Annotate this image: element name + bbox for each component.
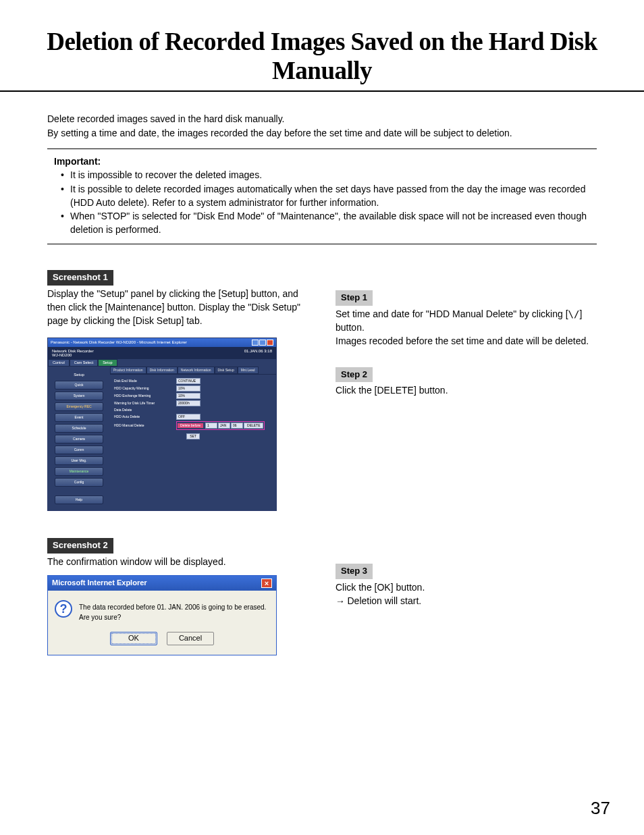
label-delete-before: Delete before <box>178 423 203 428</box>
title-rule <box>0 90 644 92</box>
tab-disk-setup[interactable]: Disk Setup <box>215 367 238 374</box>
dialog-message: The data recorded before 01. JAN. 2006 i… <box>79 600 269 622</box>
sidebar-item-system[interactable]: System <box>55 392 103 400</box>
setup-heading: Setup <box>51 371 107 381</box>
minimize-icon[interactable] <box>252 340 259 346</box>
sidebar-item-schedule[interactable]: Schedule <box>55 424 103 433</box>
sidebar-item-config[interactable]: Config <box>55 478 103 487</box>
tab-mnt-lead[interactable]: Mnt.Lead <box>238 367 259 374</box>
app-topnav: Control Cam Select Setup <box>48 359 276 367</box>
select-year[interactable]: 06 <box>231 423 243 429</box>
important-box: Important: It is impossible to recover t… <box>47 149 597 244</box>
dialog-close-icon[interactable]: × <box>261 578 272 588</box>
select-life-timer[interactable]: 20000h <box>176 400 200 406</box>
important-label: Important: <box>54 155 590 168</box>
ok-button[interactable]: OK <box>110 632 157 645</box>
intro-line-2: By setting a time and date, the images r… <box>47 126 597 140</box>
tab-product-information[interactable]: Product Information <box>110 367 146 374</box>
label-life-timer: Warning for Disk Life Timer <box>114 402 176 405</box>
select-month[interactable]: JAN <box>218 423 230 429</box>
label-manual-delete: HDD Manual Delete <box>114 424 176 427</box>
step3-tag: Step 3 <box>336 564 373 579</box>
screenshot2-desc: The confirmation window will be displaye… <box>47 555 308 568</box>
intro-line-1: Delete recorded images saved in the hard… <box>47 112 597 126</box>
sidebar-item-comm[interactable]: Comm <box>55 446 103 454</box>
sidebar-item-maintenance[interactable]: Maintenance <box>55 467 103 476</box>
important-item-1: It is impossible to recover the deleted … <box>61 168 590 182</box>
step2-text: Click the [DELETE] button. <box>336 383 597 397</box>
chevron-down-icon: \/ <box>568 308 580 319</box>
sidebar-item-event[interactable]: Event <box>55 413 103 422</box>
page-number: 37 <box>591 798 610 819</box>
left-column: Screenshot 1 Display the "Setup" panel b… <box>47 270 308 674</box>
step2-tag: Step 2 <box>336 367 373 383</box>
screenshot1-tag: Screenshot 1 <box>47 270 113 286</box>
right-column: Step 1 Set time and date for "HDD Manual… <box>336 270 597 674</box>
sidebar: Setup Quick System Emergency REC Event S… <box>48 367 110 510</box>
step1-text: Set time and date for "HDD Manual Delete… <box>336 307 597 348</box>
app-datetime: 01.JAN.06 3:18 <box>244 349 272 357</box>
label-data-delete: Data Delete <box>114 407 272 413</box>
important-item-2: It is possible to delete recorded images… <box>61 182 590 210</box>
tab-disk-information[interactable]: Disk Information <box>146 367 178 374</box>
topnav-control[interactable]: Control <box>48 359 70 367</box>
label-capacity-warning: HDD Capacity Warning <box>114 387 176 390</box>
sidebar-item-quick[interactable]: Quick <box>55 381 103 389</box>
step1-tag: Step 1 <box>336 290 373 306</box>
sidebar-item-user-mng[interactable]: User Mng. <box>55 456 103 465</box>
set-button[interactable]: SET <box>186 433 200 439</box>
maximize-icon[interactable] <box>259 340 266 346</box>
select-day[interactable]: 1 <box>205 423 217 429</box>
app-titlebar: Panasonic - Network Disk Recorder WJ-ND2… <box>48 338 276 347</box>
intro-paragraph: Delete recorded images saved in the hard… <box>34 112 610 140</box>
sidebar-item-emergency-rec[interactable]: Emergency REC <box>55 402 103 411</box>
select-auto-delete[interactable]: OFF <box>176 414 200 420</box>
sidebar-item-help[interactable]: Help <box>55 495 103 504</box>
model-line2: WJ-ND200 <box>52 353 72 357</box>
app-header: Network Disk Recorder WJ-ND200 01.JAN.06… <box>48 347 276 359</box>
page-title: Deletion of Recorded Images Saved on the… <box>34 27 610 90</box>
topnav-setup[interactable]: Setup <box>98 359 117 367</box>
sidebar-item-camera[interactable]: Camera <box>55 435 103 443</box>
delete-button[interactable]: DELETE <box>244 423 263 429</box>
close-icon[interactable] <box>267 340 273 346</box>
app-window-title: Panasonic - Network Disk Recorder WJ-ND2… <box>51 340 187 344</box>
cancel-button[interactable]: Cancel <box>167 632 214 645</box>
select-exchange-warning[interactable]: 10% <box>176 393 200 399</box>
label-disk-end-mode: Disk End Mode <box>114 379 176 383</box>
select-disk-end-mode[interactable]: CONTINUE <box>176 378 200 384</box>
question-icon: ? <box>55 600 72 618</box>
tab-network-information[interactable]: Network Information <box>178 367 215 374</box>
confirm-dialog: Microsoft Internet Explorer × ? The data… <box>47 575 277 655</box>
screenshot2-tag: Screenshot 2 <box>47 538 113 554</box>
important-item-3: When "STOP" is selected for "Disk End Mo… <box>61 209 590 237</box>
topnav-cam-select[interactable]: Cam Select <box>70 359 98 367</box>
label-exchange-warning: HDD Exchange Warning <box>114 394 176 398</box>
arrow-right-icon: → <box>336 596 348 606</box>
dialog-title: Microsoft Internet Explorer <box>52 578 147 589</box>
select-capacity-warning[interactable]: 10% <box>176 385 200 392</box>
label-auto-delete: HDD Auto Delete <box>114 415 176 419</box>
manual-delete-highlight: Delete before 1 JAN 06 DELETE <box>176 421 265 430</box>
step3-text: Click the [OK] button. → Deletion will s… <box>336 581 597 609</box>
app-window: Panasonic - Network Disk Recorder WJ-ND2… <box>47 338 277 512</box>
app-main: Product Information Disk Information Net… <box>110 367 276 510</box>
screenshot1-desc: Display the "Setup" panel by clicking th… <box>47 287 308 328</box>
